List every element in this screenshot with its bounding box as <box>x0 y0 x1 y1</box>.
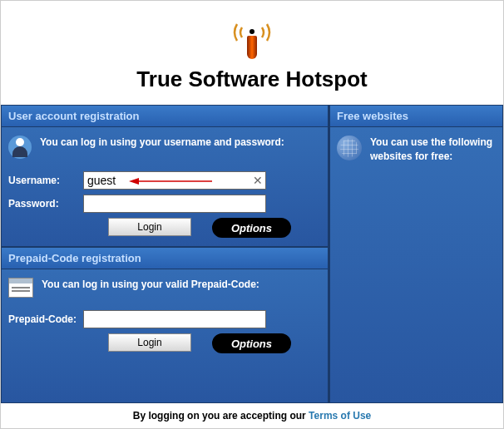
user-icon <box>8 136 32 159</box>
footer-text: By logging on you are accepting our <box>133 410 309 422</box>
clear-username-icon[interactable]: ✕ <box>253 174 263 187</box>
password-input[interactable] <box>83 195 266 213</box>
prepaid-panel: Prepaid-Code registration You can log in… <box>1 247 329 403</box>
free-websites-info: You can use the following websites for f… <box>370 136 496 164</box>
free-websites-header: Free websites <box>330 106 502 127</box>
header: True Software Hotspot <box>1 1 503 105</box>
prepaid-card-icon <box>8 278 33 298</box>
user-registration-info: You can log in using your username and p… <box>40 136 284 150</box>
username-input[interactable] <box>83 171 266 190</box>
prepaid-options-button[interactable]: Options <box>212 333 291 353</box>
prepaid-code-input[interactable] <box>83 310 266 328</box>
user-registration-panel: User account registration You can log in… <box>1 105 329 247</box>
user-registration-header: User account registration <box>2 106 328 127</box>
free-websites-panel: Free websites You can use the following … <box>329 105 503 403</box>
login-button[interactable]: Login <box>108 218 191 236</box>
prepaid-code-label: Prepaid-Code: <box>8 313 83 325</box>
globe-icon <box>337 136 362 160</box>
username-label: Username: <box>8 175 83 186</box>
password-label: Password: <box>8 198 83 210</box>
prepaid-header: Prepaid-Code registration <box>2 248 328 269</box>
prepaid-info: You can log in using your valid Prepaid-… <box>42 278 259 292</box>
page-title: True Software Hotspot <box>1 67 503 92</box>
prepaid-login-button[interactable]: Login <box>108 333 191 352</box>
footer: By logging on you are accepting our Term… <box>1 403 503 428</box>
options-button[interactable]: Options <box>212 218 291 238</box>
terms-link[interactable]: Terms of Use <box>309 410 371 422</box>
antenna-icon <box>227 17 277 59</box>
